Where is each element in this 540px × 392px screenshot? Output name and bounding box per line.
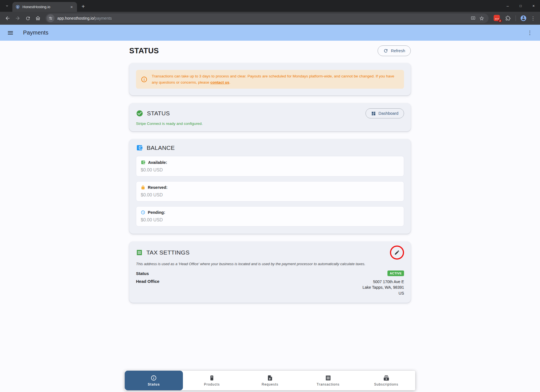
head-office-address: 5007 170th Ave E Lake Tapps, WA, 98391 U… <box>362 279 404 296</box>
tab-title: HonestHosting.io <box>22 5 67 9</box>
back-icon[interactable] <box>3 13 12 23</box>
available-amount: $0.00 USD <box>141 168 399 173</box>
nav-tab-requests[interactable]: Requests <box>241 371 299 390</box>
browser-menu-icon[interactable]: ⋮ <box>529 15 537 21</box>
site-settings-icon[interactable] <box>47 14 55 22</box>
status-badge: ACTIVE <box>387 270 404 276</box>
request-quote-icon <box>267 375 273 381</box>
warning-banner: Transactions can take up to 3 days to pr… <box>136 70 404 89</box>
app-menu-icon[interactable]: ⋮ <box>526 29 534 36</box>
maximize-button[interactable]: □ <box>514 0 527 12</box>
dashboard-icon <box>371 111 376 116</box>
receipt-icon <box>136 249 143 256</box>
subscriptions-icon <box>383 375 389 381</box>
nav-tab-transactions[interactable]: Transactions <box>299 371 357 390</box>
status-label: Status <box>136 271 149 276</box>
main-content: STATUS Refresh Transactions can take up <box>0 41 540 392</box>
url-text: app.honesthosting.io/payments <box>57 16 469 20</box>
bookmark-star-icon[interactable] <box>477 14 486 22</box>
toolbar-separator <box>516 15 516 21</box>
browser-tab-strip: HonestHosting.io × + – □ × <box>0 0 540 12</box>
browser-toolbar: app.honesthosting.io/payments 3 ⋮ <box>0 12 540 25</box>
info-icon <box>141 76 148 83</box>
check-circle-icon <box>136 110 143 117</box>
wallet-icon <box>136 144 143 151</box>
section-heading: STATUS <box>129 47 159 55</box>
browser-window: HonestHosting.io × + – □ × <box>0 0 540 392</box>
info-circle-icon <box>151 375 157 381</box>
notice-text: Transactions can take up to 3 days to pr… <box>152 73 399 85</box>
contact-us-link[interactable]: contact us <box>210 80 230 84</box>
head-office-label: Head Office <box>136 279 159 284</box>
profile-avatar[interactable] <box>519 13 528 23</box>
bottom-navigation: Status Products Requests Transactions Su… <box>125 371 415 390</box>
menu-hamburger-icon[interactable] <box>6 29 15 37</box>
wallet-green-icon <box>141 160 146 165</box>
balance-card: BALANCE Available: $0.00 USD <box>129 139 411 234</box>
tab-search-chevron-icon[interactable] <box>3 2 11 10</box>
notice-card: Transactions can take up to 3 days to pr… <box>129 63 411 95</box>
refresh-icon <box>383 48 388 53</box>
balance-card-title: BALANCE <box>147 145 175 151</box>
reload-icon[interactable] <box>23 13 33 23</box>
minimize-button[interactable]: – <box>501 0 514 12</box>
close-button[interactable]: × <box>527 0 540 12</box>
reserved-amount: $0.00 USD <box>141 192 399 198</box>
install-app-icon[interactable] <box>469 14 477 22</box>
balance-row-available: Available: $0.00 USD <box>136 156 404 176</box>
edit-pencil-icon[interactable] <box>394 250 400 255</box>
refresh-button[interactable]: Refresh <box>378 45 411 56</box>
favicon-shield-icon <box>15 4 20 10</box>
nav-tab-status[interactable]: Status <box>125 371 183 390</box>
pending-amount: $0.00 USD <box>141 217 399 223</box>
tax-settings-card: TAX SETTINGS This address is used as a '… <box>129 242 411 303</box>
extension-badge: 3 <box>498 19 502 22</box>
app-header: Payments ⋮ <box>0 25 540 41</box>
home-icon[interactable] <box>33 13 43 23</box>
window-controls: – □ × <box>501 0 540 12</box>
nav-tab-subscriptions[interactable]: Subscriptions <box>357 371 415 390</box>
tax-description: This address is used as a 'Head Office' … <box>136 262 404 266</box>
tab-close-icon[interactable]: × <box>69 4 74 9</box>
status-card: STATUS Dashboard Stripe Connect is ready… <box>129 103 411 131</box>
status-card-title: STATUS <box>147 110 170 117</box>
dashboard-button[interactable]: Dashboard <box>366 108 404 118</box>
browser-tab[interactable]: HonestHosting.io × <box>12 2 77 12</box>
tax-card-title: TAX SETTINGS <box>146 249 190 256</box>
balance-row-reserved: Reserved: $0.00 USD <box>136 181 404 201</box>
lock-icon <box>141 185 145 190</box>
clock-icon <box>141 210 145 215</box>
extensions-puzzle-icon[interactable] <box>503 13 513 23</box>
stripe-status-message: Stripe Connect is ready and configured. <box>136 122 404 126</box>
transactions-receipt-icon <box>325 375 331 381</box>
extension-red-icon[interactable]: 3 <box>494 15 500 22</box>
edit-annotation-ring <box>390 246 404 260</box>
products-box-icon <box>209 375 215 381</box>
new-tab-button[interactable]: + <box>79 3 87 10</box>
forward-icon[interactable] <box>13 13 22 23</box>
page-title: Payments <box>23 29 49 36</box>
balance-row-pending: Pending: $0.00 USD <box>136 206 404 226</box>
url-bar[interactable]: app.honesthosting.io/payments <box>46 13 489 23</box>
nav-tab-products[interactable]: Products <box>183 371 241 390</box>
